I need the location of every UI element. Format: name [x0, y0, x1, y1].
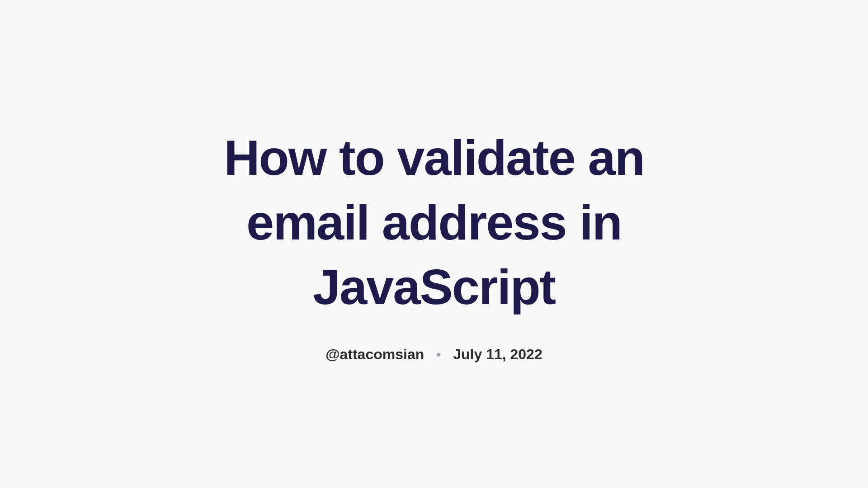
- article-title: How to validate an email address in Java…: [181, 125, 687, 319]
- article-header: How to validate an email address in Java…: [163, 125, 705, 363]
- publish-date: July 11, 2022: [453, 346, 542, 363]
- article-meta: @attacomsian July 11, 2022: [326, 346, 542, 363]
- separator-dot: [437, 353, 440, 357]
- author-handle: @attacomsian: [326, 346, 424, 363]
